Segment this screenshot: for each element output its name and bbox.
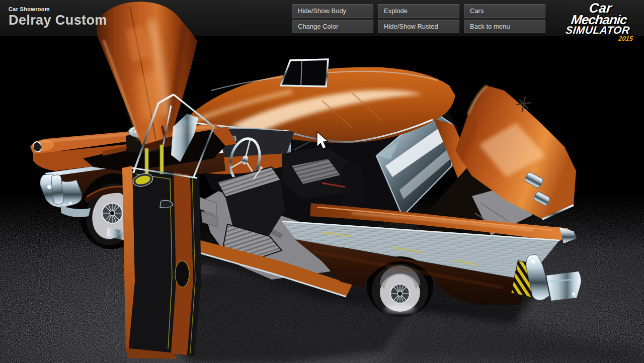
logo-line-simulator: SIMULATOR	[554, 25, 641, 35]
logo-line-mechanic: Mechanic	[555, 14, 643, 25]
game-window: Car Showroom Delray Custom Hide/Show Bod…	[0, 0, 644, 363]
showroom-viewport[interactable]	[0, 0, 644, 363]
change-color-button[interactable]: Change Color	[292, 20, 373, 33]
cars-button[interactable]: Cars	[464, 4, 545, 18]
showroom-subtitle: Car Showroom	[9, 6, 107, 12]
back-to-menu-button[interactable]: Back to menu	[464, 20, 545, 33]
game-logo: Car Mechanic SIMULATOR 2015	[553, 3, 644, 42]
hide-show-body-button[interactable]: Hide/Show Body	[292, 4, 373, 18]
hide-show-rusted-button[interactable]: Hide/Show Rusted	[378, 20, 459, 33]
page-title: Delray Custom	[9, 13, 107, 28]
showroom-button-grid: Hide/Show Body Explode Cars Change Color…	[292, 4, 545, 33]
showroom-title-block: Car Showroom Delray Custom	[9, 6, 107, 28]
logo-line-year: 2015	[553, 35, 640, 42]
explode-button[interactable]: Explode	[378, 4, 459, 18]
